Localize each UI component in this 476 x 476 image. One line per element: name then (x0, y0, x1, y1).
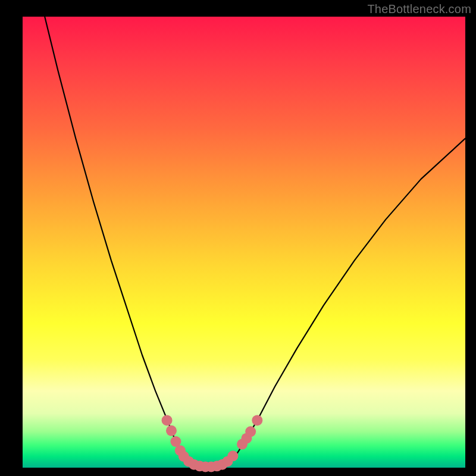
highlight-dot (252, 415, 262, 425)
chart-frame: TheBottleneck.com (0, 0, 476, 476)
highlight-dot (162, 415, 173, 425)
bottleneck-curve (45, 17, 465, 466)
highlight-dot (227, 450, 238, 461)
chart-svg-layer (0, 0, 476, 476)
watermark-text: TheBottleneck.com (367, 2, 471, 16)
highlight-dot (245, 426, 256, 437)
highlight-dot (166, 425, 177, 436)
